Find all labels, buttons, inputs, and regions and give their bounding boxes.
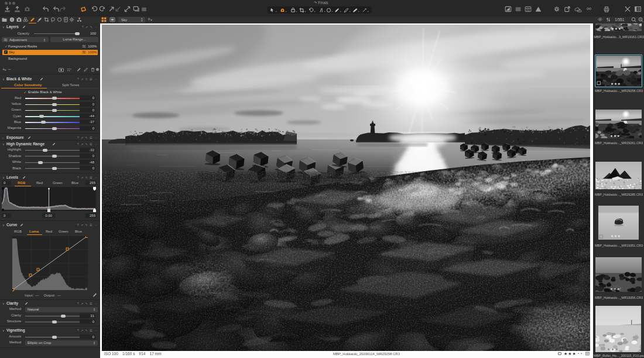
svg-text:★★★: ★★★	[611, 234, 621, 238]
svg-text:★★★: ★★★	[610, 185, 621, 189]
svg-text:★★★: ★★★	[611, 82, 621, 86]
svg-text:★★★: ★★★	[611, 27, 622, 30]
svg-text:★★★: ★★★	[610, 287, 621, 291]
svg-text:★★★: ★★★	[607, 347, 619, 351]
svg-text:★★★: ★★★	[610, 134, 621, 138]
